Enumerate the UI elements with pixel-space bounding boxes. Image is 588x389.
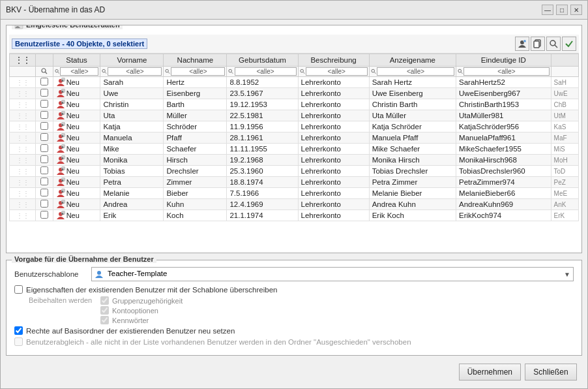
row-checkbox-cell[interactable] <box>36 110 53 121</box>
row-checkbox-cell[interactable] <box>36 188 53 199</box>
close-button[interactable]: ✕ <box>570 5 582 15</box>
beschreibung-cell: Lehrerkonto <box>298 110 369 121</box>
status-text: Neu <box>66 101 80 108</box>
eindeutige-id-cell: ChristinBarth1953 <box>456 99 551 110</box>
minimize-button[interactable]: — <box>542 5 553 15</box>
row-checkbox-cell[interactable] <box>36 77 53 88</box>
status-cell: NNeu <box>53 99 100 110</box>
row-checkbox[interactable] <box>40 122 48 130</box>
filter-anzeige-text: <alle> <box>377 67 454 76</box>
table-row[interactable]: ⋮⋮NNeuManuelaPfaff28.1.1961LehrerkontoMa… <box>10 132 579 144</box>
template-select[interactable]: Teacher-Template ▼ <box>91 267 574 281</box>
nachname-col-header: Nachname <box>164 54 227 67</box>
status-cell: NNeu <box>53 177 100 188</box>
row-checkbox[interactable] <box>40 133 48 141</box>
row-checkbox[interactable] <box>40 111 48 119</box>
status-user-icon: N <box>56 111 65 120</box>
geburtsdatum-cell: 8.8.1952 <box>227 77 298 88</box>
toolbar-label: Benutzerliste - 40 Objekte, 0 selektiert <box>12 39 147 49</box>
row-checkbox[interactable] <box>40 189 48 196</box>
check-tool-icon[interactable] <box>562 37 576 51</box>
nachname-cell: Müller <box>164 110 227 121</box>
status-cell: NNeu <box>53 110 100 121</box>
table-body: ⋮⋮NNeuSarahHertz8.8.1952LehrerkontoSarah… <box>10 77 579 221</box>
svg-text:N: N <box>61 212 63 215</box>
checkbox2-row: Rechte auf Basisordner der existierenden… <box>14 326 574 335</box>
anzeigename-cell: Katja Schröder <box>369 121 456 132</box>
filter-status-wrap: <alle> <box>55 67 99 76</box>
nachname-cell: Kuhn <box>164 199 227 210</box>
row-checkbox[interactable] <box>40 166 48 174</box>
row-checkbox[interactable] <box>40 200 48 208</box>
table-row[interactable]: ⋮⋮NNeuChristinBarth19.12.1953Lehrerkonto… <box>10 99 579 110</box>
table-row[interactable]: ⋮⋮NNeuUweEisenberg23.5.1967LehrerkontoUw… <box>10 88 579 99</box>
row-checkbox[interactable] <box>40 155 48 163</box>
status-text: Neu <box>66 178 80 186</box>
status-user-icon: N <box>56 100 65 109</box>
filter-id-cell: <alle> <box>456 67 551 77</box>
row-checkbox-cell[interactable] <box>36 210 53 221</box>
anzeigename-cell: Tobias Drechsler <box>369 166 456 177</box>
table-row[interactable]: ⋮⋮NNeuErikKoch21.1.1974LehrerkontoErik K… <box>10 210 579 221</box>
row-checkbox[interactable] <box>40 100 48 108</box>
opt-gruppenzugehorigkeit: Gruppenzugehörigkeit <box>100 296 183 305</box>
table-row[interactable]: ⋮⋮NNeuMelanieBieber7.5.1966LehrerkontoMe… <box>10 188 579 199</box>
table-row[interactable]: ⋮⋮NNeuPetraZimmer18.8.1974LehrerkontoPet… <box>10 177 579 188</box>
row-checkbox-cell[interactable] <box>36 132 53 144</box>
copy-tool-icon[interactable] <box>531 37 545 51</box>
status-user-icon: N <box>56 189 65 198</box>
drag-handle: ⋮⋮ <box>10 188 36 199</box>
eindeutige-id-cell: AndreaKuhn969 <box>456 199 551 210</box>
row-checkbox[interactable] <box>40 78 48 86</box>
filter-geburt-cell: <alle> <box>227 67 298 77</box>
more-cell: ToD <box>551 166 578 177</box>
table-container[interactable]: ⋮⋮ Status Vorname Nachname Geburtsdatum … <box>9 54 579 250</box>
status-user-icon: N <box>56 178 65 187</box>
checkbox2-label: Rechte auf Basisordner der existierenden… <box>26 327 235 335</box>
checkbox1[interactable] <box>14 285 23 294</box>
beschreibung-cell: Lehrerkonto <box>298 199 369 210</box>
row-checkbox[interactable] <box>40 211 48 219</box>
schliessen-button[interactable]: Schließen <box>525 364 577 381</box>
row-checkbox-cell[interactable] <box>36 166 53 177</box>
checkbox2[interactable] <box>14 326 23 335</box>
more-cell: UtM <box>551 110 578 121</box>
row-checkbox[interactable] <box>40 89 48 97</box>
row-checkbox-cell[interactable] <box>36 88 53 99</box>
nachname-cell: Bieber <box>164 188 227 199</box>
vorname-cell: Mike <box>100 144 164 155</box>
anzeigename-cell: Erik Koch <box>369 210 456 221</box>
table-row[interactable]: ⋮⋮NNeuKatjaSchröder11.9.1956LehrerkontoK… <box>10 121 579 132</box>
search-tool-icon[interactable] <box>546 37 561 51</box>
table-row[interactable]: ⋮⋮NNeuMonikaHirsch19.2.1968LehrerkontoMo… <box>10 155 579 166</box>
table-row[interactable]: ⋮⋮NNeuAndreaKuhn12.4.1969LehrerkontoAndr… <box>10 199 579 210</box>
table-row[interactable]: ⋮⋮NNeuUtaMüller22.5.1981LehrerkontoUta M… <box>10 110 579 121</box>
filter-id-search-icon <box>458 69 463 74</box>
opt-label-kenn: Kennwörter <box>112 317 149 324</box>
svg-point-23 <box>458 69 462 72</box>
row-checkbox[interactable] <box>40 144 48 152</box>
ubernehmen-button[interactable]: Übernehmen <box>459 364 521 381</box>
maximize-button[interactable]: □ <box>556 5 568 15</box>
svg-text:N: N <box>61 112 63 116</box>
beschreibung-cell: Lehrerkonto <box>298 177 369 188</box>
user-tool-icon[interactable]: + <box>515 37 529 51</box>
status-cell: NNeu <box>53 121 100 132</box>
svg-line-24 <box>461 72 462 73</box>
row-checkbox-cell[interactable] <box>36 177 53 188</box>
svg-point-17 <box>229 69 232 72</box>
row-checkbox-cell[interactable] <box>36 99 53 110</box>
row-checkbox-cell[interactable] <box>36 144 53 155</box>
status-text: Neu <box>66 200 80 208</box>
vorname-cell: Andrea <box>100 199 164 210</box>
row-checkbox-cell[interactable] <box>36 199 53 210</box>
table-row[interactable]: ⋮⋮NNeuSarahHertz8.8.1952LehrerkontoSarah… <box>10 77 579 88</box>
table-row[interactable]: ⋮⋮NNeuTobiasDrechsler25.3.1960Lehrerkont… <box>10 166 579 177</box>
row-checkbox-cell[interactable] <box>36 121 53 132</box>
checkbox1-label: Eigenschaften der existierenden Benutzer… <box>26 286 278 294</box>
table-row[interactable]: ⋮⋮NNeuMikeSchaefer11.11.1955LehrerkontoM… <box>10 144 579 155</box>
beschreibung-cell: Lehrerkonto <box>298 188 369 199</box>
filter-geburt-search-icon <box>228 69 233 74</box>
row-checkbox[interactable] <box>40 178 48 185</box>
row-checkbox-cell[interactable] <box>36 155 53 166</box>
